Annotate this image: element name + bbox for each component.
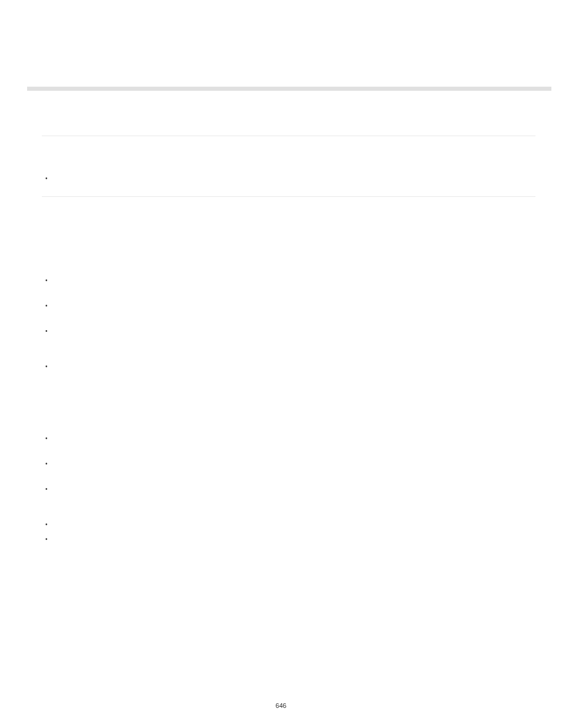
list-item: item: [42, 485, 535, 497]
list-item: item: [42, 460, 535, 472]
bullet-list-2: item item item item: [42, 276, 535, 374]
list-item: item: [42, 434, 535, 446]
page-number: 646: [0, 702, 562, 709]
page-content: item item item item item item item item …: [42, 136, 535, 547]
bullet-list-1: item: [42, 174, 535, 186]
bullet-list-3: item item item item item: [42, 434, 535, 547]
list-item: item: [42, 276, 535, 288]
list-item: item: [42, 521, 535, 532]
list-item: item: [42, 363, 535, 374]
top-divider: [27, 87, 551, 91]
list-item: item: [42, 174, 535, 186]
list-item: item: [42, 327, 535, 339]
list-item: item: [42, 302, 535, 314]
list-item: item: [42, 535, 535, 547]
